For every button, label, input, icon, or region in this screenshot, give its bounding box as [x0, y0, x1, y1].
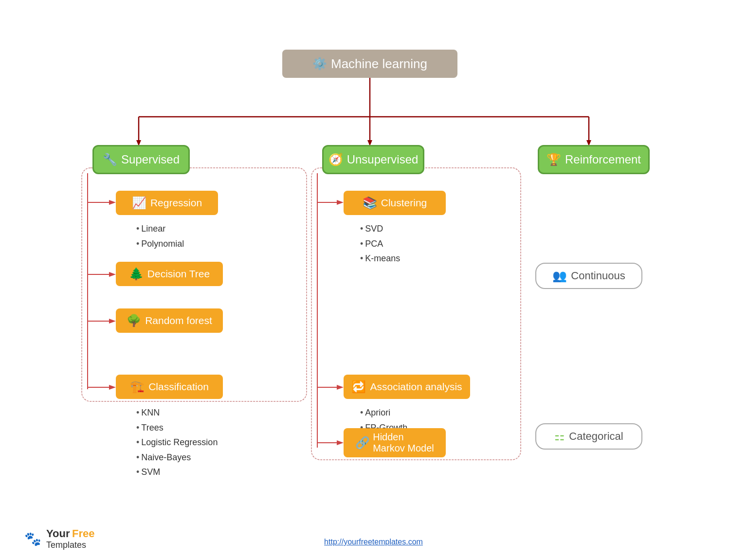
classification-box: 🏗️ Classification — [116, 375, 223, 399]
machine-learning-label: Machine learning — [331, 56, 427, 72]
brand-icon: 🐾 — [24, 531, 41, 547]
unsupervised-box: 🧭 Unsupervised — [322, 145, 424, 174]
decision-tree-label: Decision Tree — [147, 268, 210, 280]
classification-label: Classification — [148, 381, 209, 393]
association-label: Association analysis — [370, 381, 462, 393]
trophy-icon: 🏆 — [547, 153, 561, 166]
svg-marker-12 — [109, 272, 116, 277]
regression-label: Regression — [150, 197, 202, 209]
brand-free: Free — [72, 527, 94, 540]
diagram-container: ⚙️ Machine learning 🔧 Supervised 🧭 Unsup… — [39, 19, 708, 511]
footer-url[interactable]: http://yourfreetemplates.com — [324, 538, 423, 546]
svg-marker-10 — [109, 200, 116, 205]
svg-marker-19 — [337, 200, 344, 205]
svg-marker-16 — [109, 385, 116, 390]
chart-icon: 📈 — [132, 196, 146, 210]
regression-box: 📈 Regression — [116, 191, 218, 215]
continuous-label: Continuous — [571, 270, 625, 282]
hmm-icon: 🔗 — [355, 436, 370, 450]
svg-marker-21 — [337, 385, 344, 390]
compass-icon: 🧭 — [328, 153, 343, 166]
assoc-icon: 🔁 — [351, 380, 366, 394]
brand-your: Your — [46, 527, 70, 540]
supervised-label: Supervised — [121, 153, 180, 166]
continuous-icon: 👥 — [552, 269, 567, 283]
class-icon: 🏗️ — [130, 380, 145, 394]
continuous-box: 👥 Continuous — [535, 263, 642, 289]
reinforcement-box: 🏆 Reinforcement — [538, 145, 650, 174]
unsupervised-label: Unsupervised — [347, 153, 419, 166]
bullet-svd: SVD — [360, 221, 400, 236]
branding: 🐾 Your Free Templates — [24, 527, 94, 550]
regression-bullets: Linear Polynomial — [136, 221, 184, 251]
brand-templates: Templates — [46, 540, 94, 550]
categorical-label: Categorical — [569, 430, 623, 443]
bullet-knn: KNN — [136, 405, 218, 420]
supervised-box: 🔧 Supervised — [92, 145, 190, 174]
tree-icon: 🌲 — [129, 267, 144, 281]
bullet-svm: SVM — [136, 465, 218, 480]
hidden-markov-line1: Hidden — [373, 432, 434, 443]
bullet-linear: Linear — [136, 221, 184, 236]
decision-tree-box: 🌲 Decision Tree — [116, 262, 223, 286]
hidden-markov-box: 🔗 Hidden Markov Model — [344, 428, 446, 457]
reinforcement-label: Reinforcement — [565, 153, 641, 166]
gear-icon: ⚙️ — [312, 57, 327, 71]
forest-icon: 🌳 — [127, 314, 141, 327]
random-forest-label: Random forest — [145, 315, 212, 326]
categorical-box: ⚏ Categorical — [535, 423, 642, 450]
categorical-icon: ⚏ — [554, 430, 565, 443]
svg-marker-14 — [109, 319, 116, 324]
bullet-logistic: Logistic Regression — [136, 435, 218, 450]
clustering-label: Clustering — [381, 197, 427, 209]
bullet-pca: PCA — [360, 236, 400, 252]
bullet-trees: Trees — [136, 420, 218, 435]
clustering-bullets: SVD PCA K-means — [360, 221, 400, 266]
bullet-polynomial: Polynomial — [136, 236, 184, 252]
association-box: 🔁 Association analysis — [344, 375, 470, 399]
machine-learning-box: ⚙️ Machine learning — [282, 50, 457, 78]
hidden-markov-line2: Markov Model — [373, 443, 434, 454]
bullet-naive: Naive-Bayes — [136, 450, 218, 465]
clustering-box: 📚 Clustering — [344, 191, 446, 215]
layers-icon: 📚 — [363, 196, 377, 210]
svg-marker-23 — [337, 440, 344, 445]
wrench-icon: 🔧 — [103, 153, 117, 166]
classification-bullets: KNN Trees Logistic Regression Naive-Baye… — [136, 405, 218, 480]
bullet-kmeans: K-means — [360, 251, 400, 266]
random-forest-box: 🌳 Random forest — [116, 308, 223, 333]
bullet-apriori: Apriori — [360, 405, 407, 420]
